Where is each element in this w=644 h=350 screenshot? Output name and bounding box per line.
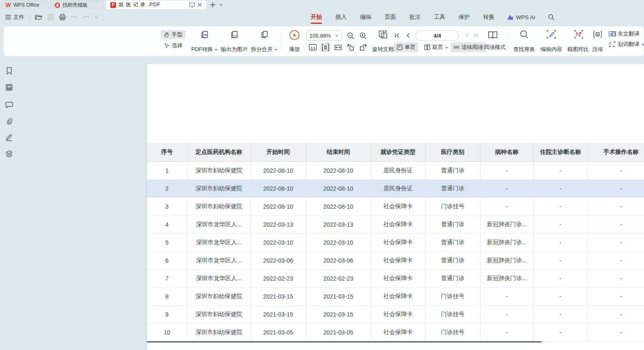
find-replace-button[interactable]: 查找替换 bbox=[512, 30, 537, 53]
print-button[interactable] bbox=[59, 14, 66, 20]
table-cell: 新冠肺炎门诊... bbox=[480, 215, 533, 233]
table-cell: - bbox=[533, 305, 588, 323]
zoom-level-select[interactable]: 105.88% bbox=[306, 31, 342, 41]
redo-button[interactable] bbox=[83, 14, 89, 20]
wps-ai-logo-icon bbox=[507, 14, 514, 20]
export-image-button[interactable]: 输出为图片 bbox=[220, 30, 248, 53]
col-header-operation-name: 手术操作名称 bbox=[588, 143, 644, 161]
tab-wps-office[interactable]: W WPS Office bbox=[1, 0, 48, 9]
attachment-icon[interactable] bbox=[5, 117, 13, 125]
col-header-disease-name: 病种名称 bbox=[480, 143, 533, 161]
play-button[interactable]: 播放 bbox=[287, 30, 302, 53]
continuous-read-button[interactable]: 连续阅读 bbox=[451, 42, 486, 52]
fit-page-button[interactable] bbox=[333, 42, 343, 52]
edit-content-button[interactable]: 编辑内容 bbox=[539, 30, 563, 53]
table-cell: - bbox=[533, 197, 588, 215]
word-translate-icon: 文A bbox=[609, 41, 616, 48]
select-tool-button[interactable]: 选择 bbox=[161, 41, 185, 50]
thumbnail-icon[interactable] bbox=[5, 83, 13, 92]
comment-icon[interactable] bbox=[5, 100, 13, 109]
pdf-convert-label: PDF转换 bbox=[191, 46, 213, 53]
table-cell: 2021-03-15 bbox=[306, 305, 371, 323]
rotate-left-button[interactable] bbox=[345, 42, 355, 52]
tab-medical-record-pdf[interactable]: P 就 医 记 录 .PDF bbox=[106, 0, 206, 9]
menu-home[interactable]: 开始 bbox=[304, 9, 329, 25]
prev-page-button[interactable] bbox=[403, 31, 413, 41]
table-cell: 普通门诊 bbox=[425, 233, 480, 251]
file-menu-button[interactable]: 文件 bbox=[5, 13, 24, 21]
export-image-icon bbox=[229, 30, 239, 40]
actual-size-button[interactable]: 1:1 bbox=[308, 42, 318, 52]
table-cell: - bbox=[533, 233, 588, 251]
annotate-pen-icon[interactable] bbox=[5, 133, 13, 141]
table-cell: 深圳市妇幼保健院 bbox=[187, 287, 251, 305]
table-cell: 门诊挂号 bbox=[425, 287, 480, 305]
tab-label: 找稻壳模板 bbox=[63, 2, 88, 9]
rotate-document-button[interactable]: 旋转文档 bbox=[371, 30, 395, 53]
menu-tools[interactable]: 工具 bbox=[427, 9, 452, 25]
zoom-out-icon bbox=[347, 32, 355, 40]
table-cell: 深圳市妇幼保健院 bbox=[187, 179, 251, 197]
pdf-page[interactable]: 序号 定点医药机构名称 开始时间 结束时间 就诊凭证类型 医疗类别 病种名称 住… bbox=[147, 64, 644, 350]
menu-search-button[interactable] bbox=[541, 9, 561, 25]
close-tab-icon[interactable] bbox=[198, 3, 202, 7]
table-cell: 2022-08-10 bbox=[251, 179, 306, 197]
table-cell: - bbox=[588, 179, 644, 197]
layers-icon[interactable] bbox=[5, 150, 13, 158]
full-translate-label: 全文翻译 bbox=[618, 30, 639, 38]
menu-edit[interactable]: 编辑 bbox=[353, 9, 378, 25]
tab-docer-templates[interactable]: 找稻壳模板 bbox=[50, 0, 104, 9]
table-row: 2 深圳市妇幼保健院 2022-08-10 2022-08-10 居民身份证 普… bbox=[147, 179, 644, 197]
divider bbox=[281, 31, 281, 52]
table-cell: 2 bbox=[147, 179, 187, 197]
menu-page[interactable]: 页面 bbox=[378, 9, 403, 25]
open-file-button[interactable] bbox=[35, 14, 42, 20]
double-page-button[interactable]: 双页 bbox=[421, 42, 451, 52]
screenshot-compare-button[interactable]: 截图对比 bbox=[566, 30, 590, 53]
compress-button[interactable]: 压缩 bbox=[590, 30, 605, 53]
table-cell: - bbox=[480, 179, 533, 197]
undo-button[interactable] bbox=[71, 14, 78, 20]
hand-tool-button[interactable]: 手型 bbox=[161, 30, 185, 39]
word-translate-button[interactable]: 文A 划词翻译 bbox=[609, 41, 644, 48]
table-cell: 深圳市妇幼保健院 bbox=[187, 305, 251, 323]
pdf-file-icon: P bbox=[110, 2, 116, 8]
menu-convert[interactable]: 转换 bbox=[477, 9, 501, 25]
fit-width-button[interactable] bbox=[320, 42, 330, 52]
table-cell: 深圳市龙华区人... bbox=[187, 215, 251, 233]
table-cell: 新冠肺炎门诊... bbox=[480, 233, 533, 251]
read-mode-button[interactable] bbox=[487, 30, 499, 41]
menu-protect[interactable]: 保护 bbox=[452, 9, 477, 25]
zoom-out-button[interactable] bbox=[345, 31, 355, 41]
tab-list-chevron-icon[interactable] bbox=[219, 3, 223, 7]
last-page-button[interactable] bbox=[471, 31, 481, 41]
menu-comment[interactable]: 批注 bbox=[403, 9, 427, 25]
new-tab-icon[interactable] bbox=[210, 2, 216, 8]
undo-history-dropdown[interactable] bbox=[94, 15, 98, 19]
read-mode-label-button[interactable]: 阅读模式 bbox=[482, 42, 508, 52]
save-button[interactable] bbox=[47, 14, 54, 20]
svg-text:1:1: 1:1 bbox=[311, 46, 316, 50]
table-cell: 门诊挂号 bbox=[425, 197, 480, 215]
chevron-down-icon bbox=[274, 48, 278, 51]
pdf-convert-button[interactable]: W PDF转换 bbox=[191, 30, 218, 53]
table-cell: 2022-08-10 bbox=[251, 161, 306, 179]
menu-wps-ai[interactable]: WPS AI bbox=[501, 9, 541, 25]
bookmark-icon[interactable] bbox=[5, 66, 13, 75]
zoom-in-button[interactable] bbox=[358, 31, 368, 41]
table-body: 1 深圳市妇幼保健院 2022-08-10 2022-08-10 居民身份证 普… bbox=[147, 161, 644, 341]
table-cell: 8 bbox=[147, 287, 187, 305]
menu-insert[interactable]: 插入 bbox=[329, 9, 353, 25]
table-cell: 3 bbox=[147, 197, 187, 215]
monitor-icon[interactable] bbox=[189, 3, 195, 8]
hand-icon bbox=[164, 32, 170, 38]
split-merge-button[interactable]: 拆分合并 bbox=[251, 30, 278, 53]
first-page-button[interactable] bbox=[392, 31, 402, 41]
table-cell: 7 bbox=[147, 269, 187, 287]
page-number-input[interactable]: 4/4 bbox=[416, 31, 459, 41]
svg-text:A: A bbox=[610, 32, 612, 36]
single-page-button[interactable]: 单页 bbox=[394, 42, 418, 52]
full-text-translate-button[interactable]: A字 全文翻译 bbox=[609, 30, 644, 38]
col-header-index: 序号 bbox=[147, 143, 187, 161]
rotate-right-button[interactable] bbox=[358, 42, 368, 52]
